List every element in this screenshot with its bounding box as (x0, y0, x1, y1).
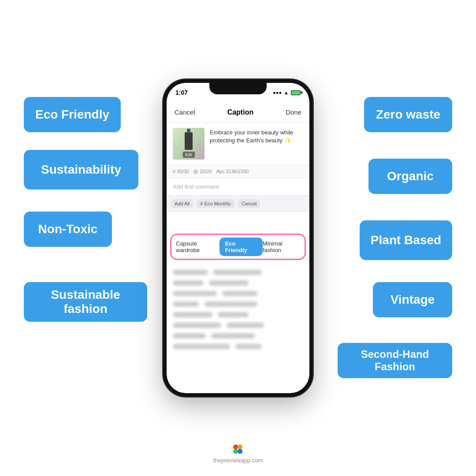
status-icons: ●●● ▲ (273, 90, 301, 95)
notch (209, 83, 267, 94)
logo-text: thepreviewapp.com (213, 457, 263, 464)
battery-icon (291, 90, 301, 95)
phone-screen: 1:07 ●●● ▲ Cancel Caption Done Edit Embr… (167, 83, 309, 393)
status-time: 1:07 (175, 89, 188, 96)
suggestion-minimal[interactable]: Minimal fashion (263, 240, 300, 253)
logo-icon (232, 443, 244, 455)
tag-sustainability[interactable]: Sustainability (24, 150, 138, 190)
tag-non-toxic[interactable]: Non-Toxic (24, 212, 112, 247)
logo-area: thepreviewapp.com (213, 443, 263, 464)
suggestion-capsule[interactable]: Capsule wardrobe (176, 240, 219, 253)
signal-icon: ●●● (273, 90, 282, 95)
tag-eco-friendly[interactable]: Eco Friendly (24, 97, 121, 132)
nav-title: Caption (227, 108, 254, 116)
done-button[interactable]: Done (286, 108, 301, 116)
post-thumbnail: Edit (173, 128, 205, 160)
comment-input[interactable]: Add first comment (167, 178, 309, 196)
tag-sustainable-fashion[interactable]: Sustainable fashion (24, 282, 147, 322)
char-count: Abc 2136/2200 (216, 169, 249, 174)
edit-label[interactable]: Edit (182, 152, 195, 158)
caption-area: Edit Embrace your inner beauty while pro… (167, 123, 309, 393)
hashtag-count: # 30/30 (173, 169, 189, 174)
blurred-content (167, 264, 309, 393)
tag-second-hand[interactable]: Second-Hand Fashion (338, 343, 452, 378)
strip-add-all[interactable]: Add All (171, 199, 193, 208)
post-preview: Edit Embrace your inner beauty while pro… (167, 123, 309, 165)
suggestion-eco-friendly[interactable]: Eco Friendly (219, 238, 263, 256)
mention-count: @ 20/20 (193, 169, 212, 174)
tag-plant-based[interactable]: Plant Based (360, 220, 452, 260)
svg-point-1 (238, 445, 242, 450)
tag-zero-waste[interactable]: Zero waste (364, 97, 452, 132)
suggestion-strip-top: Add All # Eco Monthly Cancel (167, 196, 309, 212)
post-caption[interactable]: Embrace your inner beauty while protecti… (210, 128, 303, 160)
svg-point-3 (238, 449, 242, 454)
nav-bar: Cancel Caption Done (167, 102, 309, 123)
strip-eco-monthly[interactable]: # Eco Monthly (197, 199, 234, 208)
bottle-icon (185, 132, 193, 150)
cancel-button[interactable]: Cancel (175, 108, 195, 116)
svg-point-0 (233, 445, 238, 450)
highlight-suggestions: Capsule wardrobe Eco Friendly Minimal fa… (170, 234, 306, 260)
svg-point-2 (233, 449, 238, 454)
phone-frame: 1:07 ●●● ▲ Cancel Caption Done Edit Embr… (163, 79, 313, 397)
tag-organic[interactable]: Organic (368, 159, 452, 194)
wifi-icon: ▲ (284, 90, 289, 95)
tag-vintage[interactable]: Vintage (373, 282, 452, 317)
stats-row: # 30/30 @ 20/20 Abc 2136/2200 (167, 165, 309, 178)
strip-cancel[interactable]: Cancel (238, 199, 260, 208)
